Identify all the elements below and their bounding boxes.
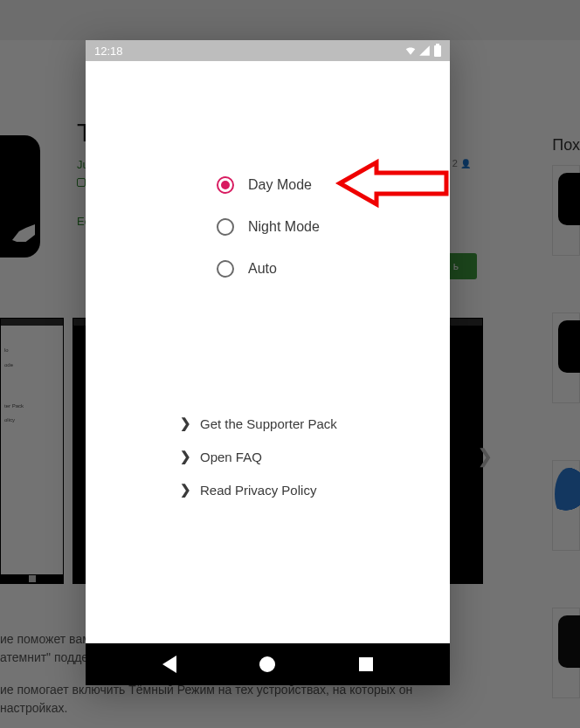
radio-night-mode[interactable]: Night Mode xyxy=(217,206,450,248)
radio-icon xyxy=(217,176,234,194)
nav-home-button[interactable] xyxy=(258,655,277,674)
back-icon xyxy=(162,656,176,673)
app-icon-glyph xyxy=(12,224,35,242)
status-icons xyxy=(404,45,441,57)
signal-icon xyxy=(418,45,431,57)
link-supporter-pack[interactable]: ❯ Get the Supporter Pack xyxy=(180,407,450,440)
link-label: Open FAQ xyxy=(200,450,262,464)
screenshots-next-icon[interactable]: ❯ xyxy=(477,445,493,468)
link-open-faq[interactable]: ❯ Open FAQ xyxy=(180,440,450,473)
screenshot-content: lo ode ter Pack olicy xyxy=(1,326,63,574)
nav-back-button[interactable] xyxy=(160,655,179,674)
similar-app-4[interactable] xyxy=(552,608,580,698)
radio-day-mode[interactable]: Day Mode xyxy=(217,164,450,206)
chevron-right-icon: ❯ xyxy=(180,449,191,464)
link-privacy-policy[interactable]: ❯ Read Privacy Policy xyxy=(180,473,450,506)
store-top-bar xyxy=(0,0,580,40)
radio-label: Night Mode xyxy=(248,219,320,235)
similar-app-1[interactable] xyxy=(552,165,580,256)
links-section: ❯ Get the Supporter Pack ❯ Open FAQ ❯ Re… xyxy=(86,407,450,506)
similar-apps-heading: Пох xyxy=(552,136,580,155)
chevron-right-icon: ❯ xyxy=(180,482,191,498)
radio-icon xyxy=(217,260,234,278)
status-bar: 12:18 xyxy=(86,40,450,61)
link-label: Read Privacy Policy xyxy=(200,483,316,498)
status-time: 12:18 xyxy=(94,45,123,58)
radio-label: Auto xyxy=(248,261,277,277)
wifi-icon xyxy=(404,45,417,57)
similar-app-3[interactable] xyxy=(552,460,580,551)
theme-radio-group: Day Mode Night Mode Auto xyxy=(86,164,450,290)
radio-label: Day Mode xyxy=(248,177,312,193)
recent-icon xyxy=(359,657,373,671)
settings-screen: Day Mode Night Mode Auto ❯ Get the Suppo… xyxy=(86,61,450,643)
similar-app-2[interactable] xyxy=(552,312,580,403)
downloads-count-fragment: 2 👤 xyxy=(452,158,471,168)
home-icon xyxy=(259,656,275,672)
battery-icon xyxy=(434,45,441,57)
app-icon xyxy=(0,135,40,258)
radio-icon xyxy=(217,218,234,236)
link-label: Get the Supporter Pack xyxy=(200,416,337,431)
radio-auto[interactable]: Auto xyxy=(217,248,450,290)
screenshot-thumb-1[interactable]: lo ode ter Pack olicy xyxy=(0,318,64,584)
phone-frame: 12:18 Day Mode Night Mode Auto ❯ xyxy=(86,40,450,685)
rating-stars xyxy=(77,175,86,190)
android-nav-bar xyxy=(86,643,450,685)
chevron-right-icon: ❯ xyxy=(180,416,191,431)
nav-recent-button[interactable] xyxy=(356,655,376,674)
